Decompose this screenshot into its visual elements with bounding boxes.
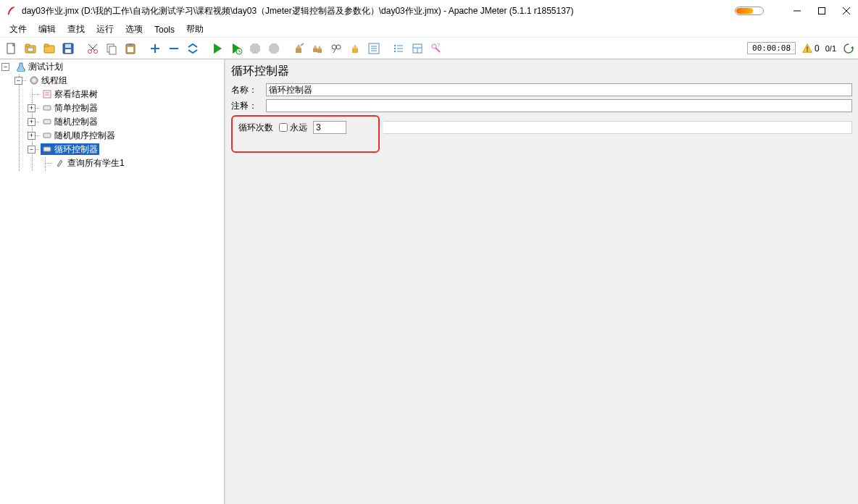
svg-point-50: [394, 50, 396, 51]
thread-count: 0/1: [825, 44, 836, 53]
svg-rect-1: [819, 8, 825, 14]
battery-icon: [735, 7, 764, 15]
tree-node-label: 查询所有学生1: [67, 157, 125, 169]
menu-tools[interactable]: Tools: [149, 23, 180, 36]
menu-file[interactable]: 文件: [4, 22, 32, 37]
shutdown-button[interactable]: [265, 40, 283, 57]
svg-rect-20: [128, 43, 133, 46]
svg-marker-64: [851, 46, 853, 49]
help-button[interactable]: ?: [428, 40, 445, 57]
tree-node-http-sampler[interactable]: 查询所有学生1: [54, 157, 126, 169]
paste-button[interactable]: [122, 40, 139, 57]
tree-node-loop-controller[interactable]: 循环控制器: [41, 143, 99, 155]
tree-node-test-plan[interactable]: 测试计划: [14, 61, 64, 72]
comment-input[interactable]: [266, 99, 852, 112]
menu-help[interactable]: 帮助: [181, 22, 209, 37]
tree-toggle[interactable]: −: [28, 146, 36, 154]
copy-button[interactable]: [103, 40, 120, 57]
svg-line-41: [333, 49, 336, 53]
tree-node-label: 线程组: [41, 75, 67, 86]
tree-toggle[interactable]: +: [28, 118, 36, 126]
svg-rect-6: [25, 44, 30, 46]
svg-marker-25: [214, 43, 222, 54]
loop-count-label: 循环次数: [238, 122, 273, 134]
tree-toggle[interactable]: −: [1, 63, 9, 71]
svg-marker-36: [313, 45, 317, 49]
warning-icon: [801, 43, 813, 54]
start-button[interactable]: [209, 40, 226, 57]
expand-button[interactable]: [146, 40, 164, 57]
toolbar: ? 00:00:08 0 0/1: [0, 38, 858, 59]
loop-highlight-box: 循环次数 永远: [231, 115, 380, 153]
minimize-button[interactable]: [791, 5, 803, 17]
forever-checkbox-wrap[interactable]: 永远: [279, 122, 307, 134]
maximize-button[interactable]: [816, 5, 828, 17]
forever-checkbox[interactable]: [279, 123, 288, 132]
svg-rect-72: [43, 133, 51, 138]
svg-text:?: ?: [437, 43, 440, 48]
tree-node-thread-group[interactable]: 线程组: [28, 75, 69, 86]
menu-options[interactable]: 选项: [120, 22, 148, 37]
svg-point-62: [807, 50, 807, 51]
comment-label: 注释：: [231, 100, 262, 112]
svg-rect-12: [65, 49, 71, 53]
svg-marker-30: [250, 43, 260, 54]
name-input[interactable]: [266, 83, 852, 96]
svg-marker-33: [296, 44, 301, 49]
tree-node-label: 随机控制器: [54, 116, 98, 127]
reset-search-button[interactable]: [346, 40, 364, 57]
loop-count-input[interactable]: [313, 121, 346, 134]
window-titlebar: day03作业.jmx (D:\我的工作\自动化测试学习\课程视频\day03（…: [0, 0, 858, 22]
loop-count-field-extension: [383, 121, 852, 134]
tree-node-simple-controller[interactable]: 简单控制器: [41, 102, 99, 114]
tree-node-label: 察看结果树: [54, 88, 98, 100]
new-file-button[interactable]: [3, 40, 20, 57]
svg-point-66: [33, 79, 36, 82]
test-plan-tree[interactable]: − 测试计划 − 线程组: [0, 59, 225, 504]
sampler-icon: [55, 158, 65, 168]
clear-button[interactable]: [290, 40, 307, 57]
find-button[interactable]: [328, 40, 345, 57]
controller-editor-panel: 循环控制器 名称： 注释： 循环次数 永远: [225, 59, 858, 504]
tree-toggle[interactable]: +: [28, 132, 36, 140]
open-button[interactable]: [41, 40, 58, 57]
tree-node-random-controller[interactable]: 随机控制器: [41, 116, 99, 127]
stop-button[interactable]: [246, 40, 264, 57]
collapse-button[interactable]: [165, 40, 183, 57]
templates-button[interactable]: [22, 40, 39, 57]
svg-point-39: [332, 45, 336, 49]
tree-node-random-order-controller[interactable]: 随机顺序控制器: [41, 130, 117, 141]
list-view-button[interactable]: [390, 40, 407, 57]
close-button[interactable]: [841, 5, 852, 17]
menu-bar: 文件 编辑 查找 运行 选项 Tools 帮助: [0, 22, 858, 38]
toggle-button[interactable]: [184, 40, 201, 57]
svg-marker-38: [317, 46, 322, 49]
controller-icon: [42, 117, 52, 127]
cut-button[interactable]: [84, 40, 101, 57]
svg-rect-70: [43, 106, 51, 110]
status-refresh-icon[interactable]: [842, 42, 855, 55]
forever-label: 永远: [290, 122, 307, 134]
warning-indicator[interactable]: 0: [801, 43, 820, 54]
svg-rect-18: [109, 46, 116, 54]
clear-all-button[interactable]: [309, 40, 326, 57]
window-title: day03作业.jmx (D:\我的工作\自动化测试学习\课程视频\day03（…: [22, 5, 735, 17]
tree-toggle[interactable]: +: [28, 104, 36, 112]
tree-toggle[interactable]: −: [14, 77, 22, 85]
save-button[interactable]: [59, 40, 77, 57]
beaker-icon: [16, 62, 26, 72]
start-no-pause-button[interactable]: [228, 40, 245, 57]
menu-search[interactable]: 查找: [62, 22, 90, 37]
tree-node-label: 随机顺序控制器: [54, 130, 115, 141]
template-view-button[interactable]: [409, 40, 426, 57]
menu-edit[interactable]: 编辑: [33, 22, 61, 37]
controller-icon: [42, 144, 52, 154]
controller-icon: [42, 103, 52, 113]
svg-rect-9: [44, 44, 49, 46]
menu-run[interactable]: 运行: [91, 22, 119, 37]
tree-node-result-tree[interactable]: 察看结果树: [41, 88, 99, 100]
svg-line-34: [301, 43, 304, 46]
elapsed-time: 00:00:08: [747, 42, 796, 54]
svg-point-49: [394, 47, 396, 49]
function-helper-button[interactable]: [365, 40, 383, 57]
